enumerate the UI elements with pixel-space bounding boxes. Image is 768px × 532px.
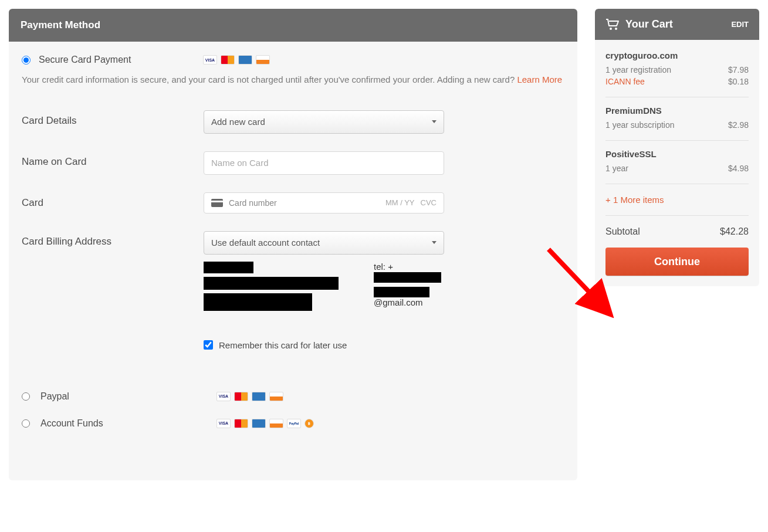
payment-panel: Payment Method Secure Card Payment VISA … bbox=[9, 9, 577, 480]
chevron-down-icon bbox=[432, 120, 437, 123]
visa-icon: VISA bbox=[216, 419, 231, 428]
discover-icon bbox=[269, 419, 283, 428]
bitcoin-icon: ฿ bbox=[305, 419, 314, 428]
cart-edit-link[interactable]: EDIT bbox=[731, 20, 749, 29]
amex-icon bbox=[252, 419, 266, 428]
cart-icon bbox=[605, 19, 620, 31]
visa-icon: VISA bbox=[216, 392, 231, 401]
paypal-radio[interactable] bbox=[22, 392, 30, 401]
mastercard-icon bbox=[234, 392, 248, 401]
redacted-name bbox=[204, 262, 253, 273]
mastercard-icon bbox=[234, 419, 248, 428]
account-funds-label: Account Funds bbox=[40, 418, 216, 429]
contact-phone: tel: + bbox=[374, 262, 444, 283]
mastercard-icon bbox=[221, 55, 235, 65]
account-funds-radio[interactable] bbox=[22, 419, 30, 428]
remember-card-checkbox[interactable] bbox=[204, 340, 213, 350]
cart-item-name: PremiumDNS bbox=[605, 106, 749, 116]
chevron-down-icon bbox=[432, 241, 437, 244]
remember-card-label: Remember this card for later use bbox=[219, 340, 347, 350]
cart-item: PremiumDNS1 year subscription$2.98 bbox=[605, 97, 749, 141]
card-number-input[interactable]: Card number MM / YY CVC bbox=[204, 192, 444, 214]
cart-title: Your Cart bbox=[625, 18, 673, 31]
cart-item-name: cryptoguroo.com bbox=[605, 50, 749, 60]
cart-item-line: 1 year registration$7.98 bbox=[605, 65, 749, 74]
secure-card-label: Secure Card Payment bbox=[39, 55, 203, 65]
info-text: Your credit card information is secure, … bbox=[22, 73, 564, 87]
discover-icon bbox=[256, 55, 270, 65]
card-details-select[interactable]: Add new card bbox=[204, 110, 444, 134]
discover-icon bbox=[269, 392, 283, 401]
cart-item: PositiveSSL1 year$4.98 bbox=[605, 141, 749, 184]
amex-icon bbox=[252, 392, 266, 401]
card-details-label: Card Details bbox=[22, 110, 204, 127]
cart-item-name: PositiveSSL bbox=[605, 149, 749, 159]
amex-icon bbox=[238, 55, 252, 65]
account-funds-logos: VISA PayPal ฿ bbox=[216, 419, 314, 428]
panel-title: Payment Method bbox=[9, 9, 577, 42]
name-on-card-input[interactable] bbox=[204, 151, 444, 175]
paypal-logos: VISA bbox=[216, 392, 283, 401]
more-items-link[interactable]: + 1 More items bbox=[605, 184, 749, 216]
subtotal-row: Subtotal $42.28 bbox=[605, 216, 749, 248]
redacted-email bbox=[374, 287, 429, 297]
cart-panel: Your Cart EDIT cryptoguroo.com1 year reg… bbox=[595, 9, 759, 286]
cart-item-line: ICANN fee$0.18 bbox=[605, 77, 749, 86]
billing-address-select[interactable]: Use default account contact bbox=[204, 231, 444, 255]
contact-email: @gmail.com bbox=[374, 286, 444, 307]
paypal-label: Paypal bbox=[40, 391, 216, 402]
redacted-address-1 bbox=[204, 277, 339, 290]
billing-contact-block: tel: + @gmail.com bbox=[204, 262, 444, 311]
card-icon bbox=[211, 199, 223, 207]
svg-point-0 bbox=[610, 28, 612, 30]
cart-item-line: 1 year subscription$2.98 bbox=[605, 120, 749, 130]
redacted-phone bbox=[374, 272, 441, 283]
cart-item-line: 1 year$4.98 bbox=[605, 164, 749, 173]
redacted-address-2 bbox=[204, 293, 312, 311]
svg-point-1 bbox=[615, 28, 617, 30]
learn-more-link[interactable]: Learn More bbox=[517, 74, 562, 84]
name-on-card-label: Name on Card bbox=[22, 151, 204, 168]
continue-button[interactable]: Continue bbox=[605, 248, 749, 276]
visa-icon: VISA bbox=[203, 55, 217, 65]
card-logos: VISA bbox=[203, 55, 270, 65]
billing-address-label: Card Billing Address bbox=[22, 231, 204, 248]
secure-card-radio[interactable] bbox=[22, 56, 31, 65]
cart-item: cryptoguroo.com1 year registration$7.98I… bbox=[605, 50, 749, 97]
paypal-icon: PayPal bbox=[287, 419, 301, 428]
card-label: Card bbox=[22, 192, 204, 209]
